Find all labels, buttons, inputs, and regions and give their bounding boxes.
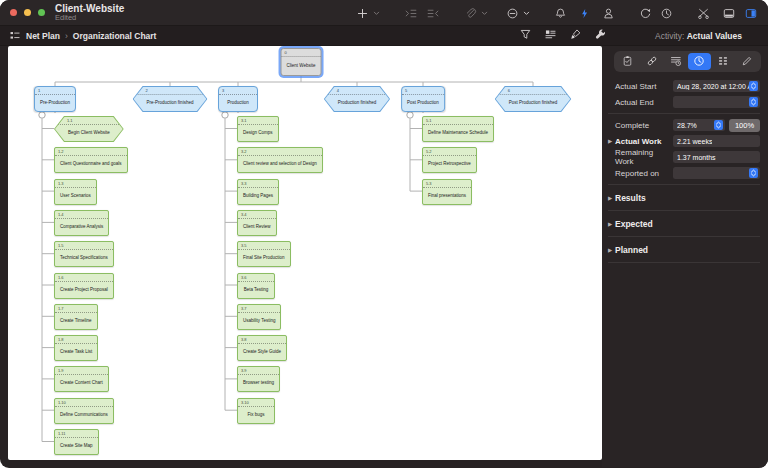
section-planned[interactable]: ▶Planned — [608, 241, 760, 258]
chart-canvas[interactable]: 0Client Website1Pre-Production2Pre-Produ… — [8, 46, 602, 460]
tab-style[interactable] — [736, 53, 759, 70]
chevron-down-icon[interactable] — [521, 3, 532, 23]
stepper-control[interactable] — [749, 168, 758, 178]
node-number: 5.1 — [423, 117, 493, 125]
phase-node-3[interactable]: 3Production — [218, 86, 258, 112]
scissors-icon[interactable] — [695, 3, 712, 23]
actual-start-value: Aug 28, 2020 at 12:00 AM — [677, 83, 749, 90]
minimize-button[interactable] — [24, 9, 31, 16]
node-label: Production finished — [325, 95, 389, 111]
task-node-3.5[interactable]: 3.5Final Site Production — [237, 241, 291, 267]
phase-node-2[interactable]: 2Pre-Production finished — [133, 86, 208, 112]
canvas-frame: 0Client Website1Pre-Production2Pre-Produ… — [0, 46, 602, 467]
task-node-5.2[interactable]: 5.2Project Retrospective — [422, 147, 477, 173]
actual-start-field[interactable]: Aug 28, 2020 at 12:00 AM — [673, 80, 760, 92]
task-node-3.8[interactable]: 3.8Create Style Guide — [237, 335, 287, 361]
brush-icon[interactable] — [569, 27, 582, 45]
node-number: 1.1 — [55, 117, 123, 125]
summary-node-0[interactable]: 0Client Website — [281, 48, 322, 76]
task-node-1.10[interactable]: 1.10Define Communications — [54, 398, 114, 424]
outdent-button[interactable] — [424, 3, 442, 23]
task-node-1.1[interactable]: 1.1Begin Client Website — [54, 116, 124, 142]
task-node-3.4[interactable]: 3.4Client Review — [237, 210, 277, 236]
actual-end-field[interactable] — [673, 96, 760, 108]
filter-icon[interactable] — [519, 27, 532, 45]
node-number: 4 — [325, 87, 389, 95]
divider — [608, 262, 760, 263]
field-row-complete: Complete 28.7% 100% — [608, 118, 760, 132]
node-label: Pre-Production finished — [134, 95, 207, 111]
add-button[interactable] — [354, 3, 371, 23]
complete-100-button[interactable]: 100% — [729, 119, 760, 132]
task-node-3.10[interactable]: 3.10Fix bugs — [237, 398, 275, 424]
phase-node-4[interactable]: 4Production finished — [324, 86, 390, 112]
bell-icon[interactable] — [552, 3, 569, 23]
stepper-control[interactable] — [714, 120, 723, 130]
phase-node-6[interactable]: 6Post Production finished — [495, 86, 572, 112]
tab-links[interactable] — [640, 53, 663, 70]
complete-value: 28.7% — [677, 122, 697, 129]
section-expected[interactable]: ▶Expected — [608, 215, 760, 232]
task-node-1.5[interactable]: 1.5Technical Specifications — [54, 241, 114, 267]
divider — [608, 210, 760, 211]
tab-planned-list[interactable] — [664, 53, 687, 70]
task-node-1.9[interactable]: 1.9Create Content Chart — [54, 366, 109, 392]
actual-work-field[interactable]: 2.21 weeks — [673, 135, 760, 147]
tab-info[interactable] — [616, 53, 639, 70]
stepper-control[interactable] — [749, 97, 758, 107]
node-number: 1.8 — [55, 336, 97, 344]
node-number: 1.9 — [55, 367, 108, 375]
panel-right-icon[interactable] — [742, 3, 760, 23]
stepper-control[interactable] — [749, 81, 758, 91]
breadcrumb-view[interactable]: Net Plan — [26, 31, 60, 41]
zoom-button[interactable] — [38, 9, 45, 16]
person-icon[interactable] — [600, 3, 617, 23]
panel-bottom-icon[interactable] — [720, 3, 738, 23]
remaining-work-field[interactable]: 1.37 months — [673, 151, 760, 163]
complete-field[interactable]: 28.7% — [673, 119, 725, 131]
task-node-3.1[interactable]: 3.1Design Comps — [237, 116, 279, 142]
wrench-icon[interactable] — [594, 27, 607, 45]
task-node-1.4[interactable]: 1.4Comparative Analysis — [54, 210, 109, 236]
tab-actual-values[interactable] — [688, 53, 711, 70]
task-node-3.7[interactable]: 3.7Usability Testing — [237, 304, 281, 330]
clock-icon[interactable] — [658, 3, 675, 23]
task-node-1.6[interactable]: 1.6Create Project Proposal — [54, 273, 114, 299]
task-node-3.6[interactable]: 3.6Beta Testing — [237, 273, 275, 299]
reported-on-field[interactable] — [673, 167, 760, 179]
title-block: Client-Website Edited — [55, 3, 124, 22]
paperclip-icon[interactable] — [462, 3, 479, 23]
node-label: Production — [219, 95, 257, 111]
task-node-3.9[interactable]: 3.9Browser testing — [237, 366, 280, 392]
link-icon — [646, 53, 658, 71]
bolt-icon[interactable] — [577, 3, 592, 23]
task-node-1.7[interactable]: 1.7Create Timeline — [54, 304, 98, 330]
task-node-3.3[interactable]: 3.3Building Pages — [237, 179, 279, 205]
disclosure-triangle-icon[interactable]: ▶ — [608, 138, 615, 144]
node-label: Technical Specifications — [55, 250, 113, 266]
node-number: 1.6 — [55, 274, 113, 282]
sync-icon[interactable] — [637, 3, 654, 23]
close-button[interactable] — [10, 9, 17, 16]
chevron-down-icon[interactable] — [371, 3, 382, 23]
task-node-3.2[interactable]: 3.2Client review and selection of Design — [237, 147, 323, 173]
field-label: Actual Start — [615, 82, 673, 91]
chevron-down-icon[interactable] — [479, 3, 490, 23]
tab-columns[interactable] — [712, 53, 735, 70]
align-list-icon[interactable] — [544, 27, 557, 45]
task-node-1.8[interactable]: 1.8Create Task List — [54, 335, 98, 361]
node-number: 3.9 — [238, 367, 279, 375]
circle-minus-icon[interactable] — [504, 3, 521, 23]
task-node-1.11[interactable]: 1.11Create Site Map — [54, 429, 99, 455]
task-node-1.2[interactable]: 1.2Client Questionnaire and goals — [54, 147, 128, 173]
breadcrumb-subview[interactable]: Organizational Chart — [73, 31, 157, 41]
task-node-1.3[interactable]: 1.3User Scenarios — [54, 179, 97, 205]
phase-node-5[interactable]: 5Post Production — [401, 86, 445, 112]
phase-node-1[interactable]: 1Pre-Production — [34, 86, 76, 112]
disclosure-triangle-icon: ▶ — [608, 247, 615, 253]
indent-button[interactable] — [402, 3, 420, 23]
clock-icon — [693, 53, 705, 71]
task-node-5.3[interactable]: 5.3Final presentations — [422, 179, 472, 205]
section-results[interactable]: ▶Results — [608, 189, 760, 206]
task-node-5.1[interactable]: 5.1Define Maintenance Schedule — [422, 116, 494, 142]
